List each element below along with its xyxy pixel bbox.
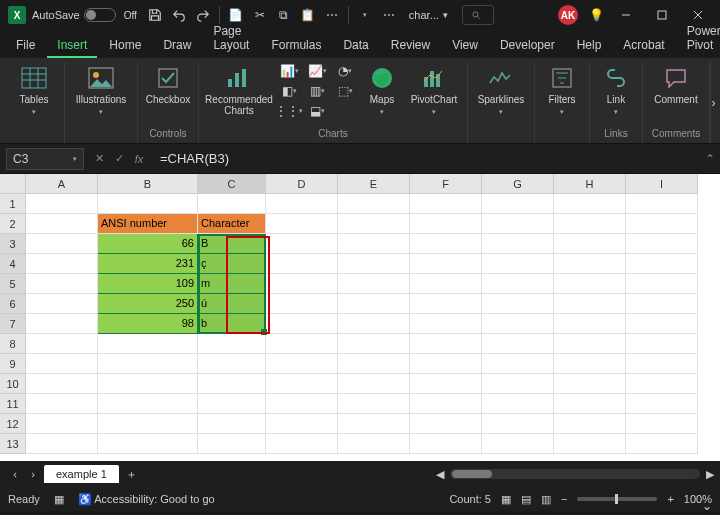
cell-C6[interactable]: ú <box>198 294 266 314</box>
formula-input[interactable]: =CHAR(B3) <box>154 151 700 166</box>
cell-H5[interactable] <box>554 274 626 294</box>
col-header-A[interactable]: A <box>26 174 98 194</box>
cell-B11[interactable] <box>98 394 198 414</box>
document-title[interactable]: char...▾ <box>409 9 448 21</box>
cell-E4[interactable] <box>338 254 410 274</box>
cell-I9[interactable] <box>626 354 698 374</box>
tab-review[interactable]: Review <box>381 34 440 58</box>
pie-chart-icon[interactable]: ◔▾ <box>333 62 357 80</box>
row-header-8[interactable]: 8 <box>0 334 26 354</box>
cell-E3[interactable] <box>338 234 410 254</box>
cell-H7[interactable] <box>554 314 626 334</box>
cell-I12[interactable] <box>626 414 698 434</box>
tables-button[interactable]: Tables▾ <box>10 62 58 117</box>
cell-A11[interactable] <box>26 394 98 414</box>
cell-A12[interactable] <box>26 414 98 434</box>
cell-E7[interactable] <box>338 314 410 334</box>
cell-C9[interactable] <box>198 354 266 374</box>
row-header-5[interactable]: 5 <box>0 274 26 294</box>
cell-D10[interactable] <box>266 374 338 394</box>
cell-F13[interactable] <box>410 434 482 454</box>
cancel-formula-icon[interactable]: ✕ <box>90 148 108 170</box>
row-header-2[interactable]: 2 <box>0 214 26 234</box>
row-header-10[interactable]: 10 <box>0 374 26 394</box>
cell-D2[interactable] <box>266 214 338 234</box>
cell-B2[interactable]: ANSI number <box>98 214 198 234</box>
cell-A3[interactable] <box>26 234 98 254</box>
cell-I3[interactable] <box>626 234 698 254</box>
tab-power-pivot[interactable]: Power Pivot <box>677 20 720 58</box>
cell-B8[interactable] <box>98 334 198 354</box>
cell-F2[interactable] <box>410 214 482 234</box>
scatter-chart-icon[interactable]: ⋮⋮▾ <box>277 102 301 120</box>
cell-F8[interactable] <box>410 334 482 354</box>
cell-I1[interactable] <box>626 194 698 214</box>
tab-file[interactable]: File <box>6 34 45 58</box>
cell-A4[interactable] <box>26 254 98 274</box>
cell-E10[interactable] <box>338 374 410 394</box>
cell-F5[interactable] <box>410 274 482 294</box>
cell-F6[interactable] <box>410 294 482 314</box>
horizontal-scrollbar[interactable] <box>450 469 700 479</box>
cell-C10[interactable] <box>198 374 266 394</box>
cell-E9[interactable] <box>338 354 410 374</box>
cell-H4[interactable] <box>554 254 626 274</box>
add-sheet-button[interactable]: ＋ <box>121 467 143 482</box>
cell-F1[interactable] <box>410 194 482 214</box>
pivotchart-button[interactable]: PivotChart▾ <box>407 62 461 117</box>
cell-G6[interactable] <box>482 294 554 314</box>
sheet-nav-prev[interactable]: ‹ <box>6 468 24 480</box>
comment-button[interactable]: Comment <box>649 62 703 105</box>
cell-A13[interactable] <box>26 434 98 454</box>
cell-H12[interactable] <box>554 414 626 434</box>
row-header-1[interactable]: 1 <box>0 194 26 214</box>
cell-B13[interactable] <box>98 434 198 454</box>
col-header-B[interactable]: B <box>98 174 198 194</box>
cell-A1[interactable] <box>26 194 98 214</box>
status-accessibility[interactable]: ♿ Accessibility: Good to go <box>78 493 215 506</box>
cell-D4[interactable] <box>266 254 338 274</box>
tab-formulas[interactable]: Formulas <box>261 34 331 58</box>
waterfall-chart-icon[interactable]: ⬚▾ <box>333 82 357 100</box>
select-all-corner[interactable] <box>0 174 26 194</box>
cell-C7[interactable]: b <box>198 314 266 334</box>
cell-D8[interactable] <box>266 334 338 354</box>
cell-I6[interactable] <box>626 294 698 314</box>
cell-D13[interactable] <box>266 434 338 454</box>
sheet-nav-next[interactable]: › <box>24 468 42 480</box>
status-macro-icon[interactable]: ▦ <box>54 493 64 506</box>
cell-B5[interactable]: 109 <box>98 274 198 294</box>
cell-C13[interactable] <box>198 434 266 454</box>
cell-G13[interactable] <box>482 434 554 454</box>
cell-I2[interactable] <box>626 214 698 234</box>
qat-dropdown-icon[interactable]: ▾ <box>353 3 377 27</box>
cell-E6[interactable] <box>338 294 410 314</box>
cell-B9[interactable] <box>98 354 198 374</box>
cell-G4[interactable] <box>482 254 554 274</box>
filters-button[interactable]: Filters▾ <box>541 62 583 117</box>
cell-E2[interactable] <box>338 214 410 234</box>
cell-I13[interactable] <box>626 434 698 454</box>
cell-E12[interactable] <box>338 414 410 434</box>
cell-A9[interactable] <box>26 354 98 374</box>
col-header-G[interactable]: G <box>482 174 554 194</box>
cell-F9[interactable] <box>410 354 482 374</box>
cell-G1[interactable] <box>482 194 554 214</box>
col-header-E[interactable]: E <box>338 174 410 194</box>
cell-E11[interactable] <box>338 394 410 414</box>
sheet-tab-active[interactable]: example 1 <box>44 465 119 483</box>
ribbon-overflow-button[interactable]: › <box>710 62 716 143</box>
cell-C12[interactable] <box>198 414 266 434</box>
cell-C8[interactable] <box>198 334 266 354</box>
col-header-D[interactable]: D <box>266 174 338 194</box>
cell-B7[interactable]: 98 <box>98 314 198 334</box>
tab-data[interactable]: Data <box>333 34 378 58</box>
col-header-H[interactable]: H <box>554 174 626 194</box>
view-page-icon[interactable]: ▤ <box>521 493 531 506</box>
row-header-13[interactable]: 13 <box>0 434 26 454</box>
tab-insert[interactable]: Insert <box>47 34 97 58</box>
row-header-3[interactable]: 3 <box>0 234 26 254</box>
cell-H8[interactable] <box>554 334 626 354</box>
cell-E1[interactable] <box>338 194 410 214</box>
save-icon[interactable] <box>143 3 167 27</box>
